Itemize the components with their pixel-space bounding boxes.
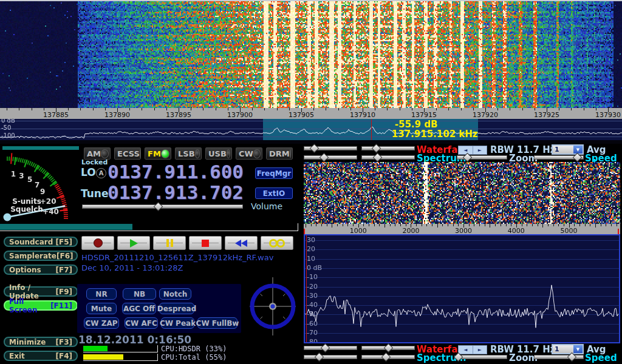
lo-auto-badge[interactable]: A: [96, 168, 106, 178]
pause-button[interactable]: [153, 236, 186, 250]
hdsdr-window: 1378851378901378951379001379051379101379…: [0, 0, 622, 364]
full-screen-button[interactable]: Full Screen [F11]: [4, 300, 78, 311]
scale-tick: [497, 108, 498, 110]
minimize-button[interactable]: Minimize [F3]: [4, 337, 78, 347]
scale-tick: [252, 108, 253, 110]
scale-tick: [44, 108, 44, 110]
scale-tick: [558, 224, 559, 226]
level-bar[interactable]: [0, 223, 298, 231]
waterfall-brightness-slider[interactable]: [304, 145, 357, 152]
rewind-icon: [235, 240, 247, 247]
info-update-button[interactable]: Info / Update [F9]: [4, 286, 78, 297]
extio-button[interactable]: ExtIO: [255, 187, 293, 199]
scale-tick: [535, 108, 535, 110]
local-datetime: 18.12.2011 0:16:50: [78, 334, 191, 346]
agc-button[interactable]: AGC Off: [122, 303, 156, 314]
mode-label: AM: [87, 149, 101, 158]
record-button[interactable]: [81, 236, 114, 250]
mode-fm-button[interactable]: FM: [144, 147, 172, 160]
mute-button[interactable]: Mute: [86, 303, 117, 314]
avg-select[interactable]: 1 ▼: [552, 144, 584, 155]
loop-icon: [269, 239, 285, 248]
speed2-slider[interactable]: [534, 354, 584, 360]
spectrum-brightness-slider[interactable]: [304, 154, 357, 161]
chevron-down-icon[interactable]: ▼: [573, 146, 583, 153]
mode-drm-button[interactable]: DRM: [265, 147, 293, 160]
spectrum2-contrast-slider[interactable]: [361, 354, 415, 360]
spinner-right-arrow-icon[interactable]: ►: [473, 146, 487, 154]
strip-db-label: -100: [1, 132, 15, 139]
cw-fullbw-button[interactable]: CW FullBw: [197, 317, 238, 329]
scale-tick: [375, 108, 375, 110]
spectrum-trace: [0, 119, 622, 140]
scale-tick: [105, 108, 106, 110]
audio-spectrum-display[interactable]: 3020100 dB-10-20-30-40-50-60-70-80: [304, 234, 620, 343]
cpu-hdsdr-text: CPU:HDSDR (33%): [161, 345, 227, 353]
db-tick-label: -30: [307, 292, 318, 300]
scale-tick: [347, 224, 348, 226]
cw-zap-button[interactable]: CW ZAP: [84, 317, 119, 329]
scale-tick: [93, 108, 94, 110]
avg2-select[interactable]: 1 ▼: [552, 344, 584, 354]
level-bar-fill: [0, 224, 132, 230]
s-meter[interactable]: 13579+20+40S-unitsSquelch: [0, 149, 79, 229]
samplerate-button[interactable]: Samplerate [F6]: [4, 251, 78, 261]
nb-button[interactable]: NB: [123, 288, 156, 300]
scale-tick: [595, 224, 596, 228]
svg-text:Squelch: Squelch: [10, 205, 43, 214]
rewind-button[interactable]: [225, 236, 258, 250]
mode-lsb-button[interactable]: LSB: [174, 147, 202, 160]
nr-button[interactable]: NR: [86, 288, 117, 300]
scale-tick: [564, 224, 564, 226]
button-fkey: [F9]: [55, 288, 72, 296]
scale-tick: [129, 108, 130, 110]
mode-usb-button[interactable]: USB: [205, 147, 233, 160]
play-button[interactable]: [117, 236, 150, 250]
cw-peak-button[interactable]: CW Peak: [161, 317, 194, 329]
mode-led: [195, 149, 200, 158]
spectrum2-brightness-slider[interactable]: [304, 354, 357, 360]
waterfall-contrast-slider[interactable]: [361, 145, 415, 152]
zoom-slider[interactable]: [457, 154, 507, 161]
scale-tick-label: 2000: [402, 227, 419, 234]
slider-thumb[interactable]: [153, 202, 163, 212]
loop-button[interactable]: [261, 236, 293, 250]
mode-cw-button[interactable]: CW: [235, 147, 263, 160]
stop-button[interactable]: [189, 236, 222, 250]
spinner-right-arrow-icon[interactable]: ►: [473, 346, 487, 354]
notch-button[interactable]: Notch: [159, 288, 191, 300]
exit-button[interactable]: Exit [F4]: [4, 351, 78, 361]
speed-slider[interactable]: [534, 154, 584, 161]
zoom2-slider[interactable]: [457, 354, 507, 360]
audio-waterfall-display[interactable]: [304, 162, 620, 224]
audio-frequency-scale[interactable]: 10002000300040005000: [304, 224, 620, 234]
despread-button[interactable]: Despread: [159, 303, 194, 314]
soundcard-button[interactable]: Soundcard [F5]: [4, 237, 78, 247]
scale-tick: [321, 224, 322, 226]
scale-tick: [571, 108, 572, 110]
spectrum-contrast-slider[interactable]: [361, 154, 415, 161]
tune-frequency-display[interactable]: 0137.913.702: [108, 183, 244, 202]
options-button[interactable]: Options [F7]: [4, 265, 78, 275]
scale-tick: [542, 224, 543, 228]
chevron-down-icon[interactable]: ▼: [573, 345, 583, 353]
cw-afc-button[interactable]: CW AFC: [125, 317, 158, 329]
lo-frequency-display[interactable]: 0137.911.600: [108, 163, 244, 181]
button-label: Exit: [9, 352, 25, 360]
scale-tick: [313, 108, 314, 110]
main-frequency-scale[interactable]: 1378851378901378951379001379051379101379…: [0, 108, 622, 119]
svg-text:1: 1: [11, 170, 16, 178]
scale-tick: [422, 224, 422, 226]
freqmgr-button[interactable]: FreqMgr: [255, 167, 293, 179]
mode-ecss-button[interactable]: ECSS: [114, 147, 142, 160]
mode-label: CW: [239, 149, 253, 158]
waterfall2-brightness-slider[interactable]: [304, 345, 357, 351]
scale-tick: [522, 224, 522, 226]
waterfall2-contrast-slider[interactable]: [361, 345, 415, 351]
main-waterfall-display[interactable]: [0, 1, 622, 108]
scale-tick: [559, 108, 559, 110]
main-spectrum-strip[interactable]: -55.9 dB 137.915.102 kHz 0 dB-50-100: [0, 119, 622, 140]
mode-led: [253, 149, 261, 158]
volume-slider[interactable]: [82, 203, 243, 210]
scale-tick: [228, 108, 228, 110]
